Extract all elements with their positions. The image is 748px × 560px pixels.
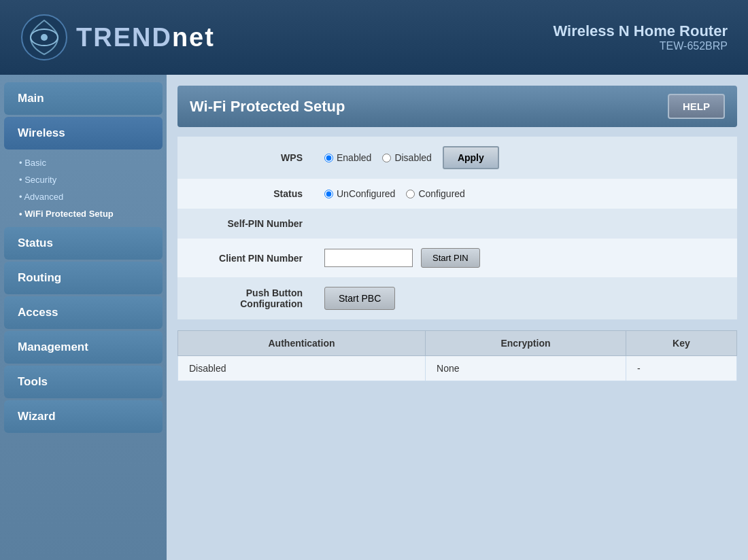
wireless-submenu: Basic Security Advanced WiFi Protected S… — [0, 152, 167, 225]
push-button-row: Push Button Configuration Start PBC — [177, 277, 737, 319]
status-configured-option[interactable]: Configured — [406, 188, 465, 199]
client-pin-row: Client PIN Number Start PIN — [177, 239, 737, 277]
cell-key: - — [626, 356, 736, 381]
main-layout: Main Wireless Basic Security Advanced Wi… — [0, 75, 748, 560]
start-pin-button[interactable]: Start PIN — [421, 248, 480, 268]
sidebar-item-main[interactable]: Main — [4, 82, 163, 115]
cell-authentication: Disabled — [178, 356, 426, 381]
sidebar-item-wireless[interactable]: Wireless — [4, 117, 163, 150]
wps-radio-group: Enabled Disabled Apply — [324, 146, 726, 169]
table-header-row: Authentication Encryption Key — [178, 331, 737, 356]
page-header: Wi-Fi Protected Setup HELP — [177, 86, 737, 127]
sidebar: Main Wireless Basic Security Advanced Wi… — [0, 75, 167, 560]
start-pbc-button[interactable]: Start PBC — [324, 287, 395, 310]
self-pin-value — [313, 209, 737, 239]
wps-form-table: WPS Enabled Disabled Apply — [177, 137, 737, 319]
col-encryption: Encryption — [426, 331, 626, 356]
sidebar-subitem-wps[interactable]: WiFi Protected Setup — [0, 205, 167, 222]
sidebar-item-tools[interactable]: Tools — [4, 366, 163, 398]
self-pin-label: Self-PIN Number — [177, 209, 313, 239]
wps-label: WPS — [177, 137, 313, 179]
wps-disabled-radio[interactable] — [382, 154, 391, 162]
table-row: Disabled None - — [178, 356, 737, 381]
wps-disabled-label: Disabled — [394, 152, 431, 163]
logo-text: TRENDnet — [76, 23, 215, 52]
status-configured-radio[interactable] — [406, 190, 415, 198]
svg-point-2 — [41, 34, 48, 41]
client-pin-input[interactable] — [324, 249, 413, 267]
status-value: UnConfigured Configured — [313, 179, 737, 209]
client-pin-label: Client PIN Number — [177, 239, 313, 277]
sidebar-item-routing[interactable]: Routing — [4, 262, 163, 294]
client-pin-value: Start PIN — [313, 239, 737, 277]
wps-enabled-option[interactable]: Enabled — [324, 152, 371, 163]
wps-value: Enabled Disabled Apply — [313, 137, 737, 179]
status-unconfigured-label: UnConfigured — [337, 188, 395, 199]
wps-disabled-option[interactable]: Disabled — [382, 152, 431, 163]
auth-enc-table: Authentication Encryption Key Disabled N… — [177, 330, 737, 381]
product-title: Wireless N Home Router — [553, 22, 728, 40]
sidebar-item-status[interactable]: Status — [4, 227, 163, 260]
logo-area: TRENDnet — [20, 14, 215, 61]
cell-encryption: None — [426, 356, 626, 381]
self-pin-row: Self-PIN Number — [177, 209, 737, 239]
wps-enabled-radio[interactable] — [324, 154, 333, 162]
sidebar-item-access[interactable]: Access — [4, 296, 163, 329]
status-row: Status UnConfigured Configured — [177, 179, 737, 209]
sidebar-item-wizard[interactable]: Wizard — [4, 400, 163, 433]
status-radio-group: UnConfigured Configured — [324, 188, 726, 199]
product-model: TEW-652BRP — [553, 40, 728, 52]
status-unconfigured-radio[interactable] — [324, 190, 333, 198]
sidebar-subitem-security[interactable]: Security — [0, 171, 167, 188]
push-button-value: Start PBC — [313, 277, 737, 319]
status-unconfigured-option[interactable]: UnConfigured — [324, 188, 395, 199]
sidebar-subitem-basic[interactable]: Basic — [0, 154, 167, 171]
apply-button[interactable]: Apply — [443, 146, 499, 169]
col-authentication: Authentication — [178, 331, 426, 356]
page-title: Wi-Fi Protected Setup — [190, 98, 345, 116]
content-area: Wi-Fi Protected Setup HELP WPS Enabled — [167, 75, 748, 560]
product-info: Wireless N Home Router TEW-652BRP — [553, 22, 728, 52]
wps-enabled-label: Enabled — [337, 152, 371, 163]
trendnet-logo-icon — [20, 14, 68, 61]
sidebar-item-management[interactable]: Management — [4, 331, 163, 364]
header: TRENDnet Wireless N Home Router TEW-652B… — [0, 0, 748, 75]
wps-row: WPS Enabled Disabled Apply — [177, 137, 737, 179]
sidebar-subitem-advanced[interactable]: Advanced — [0, 188, 167, 205]
push-button-label: Push Button Configuration — [177, 277, 313, 319]
status-label: Status — [177, 179, 313, 209]
help-button[interactable]: HELP — [668, 94, 725, 119]
col-key: Key — [626, 331, 736, 356]
status-configured-label: Configured — [418, 188, 465, 199]
